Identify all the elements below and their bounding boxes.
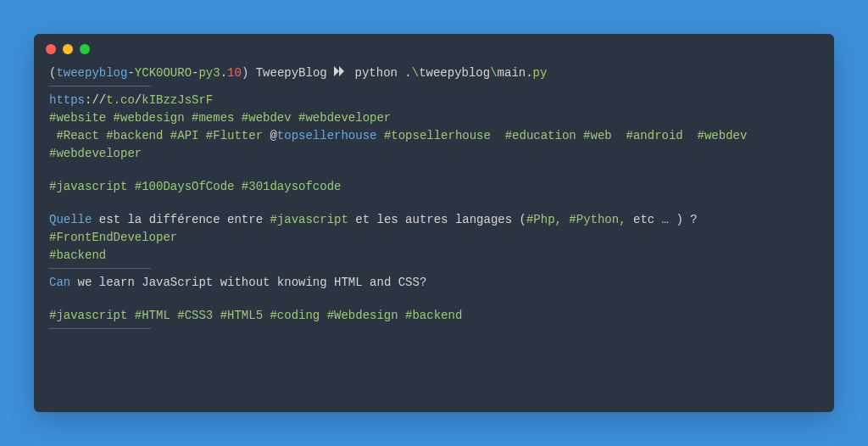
url-host: t.co — [106, 93, 135, 107]
hashtag-line-js2: #javascript #HTML #CSS3 #HTML5 #coding #… — [49, 307, 819, 325]
hashtag-line-website: #website #webdesign #memes #webdev #webd… — [49, 109, 819, 127]
prompt-line: (tweepyblog-YCK0OURO-py3.10) TweepyBlog … — [49, 64, 819, 82]
env-name: tweepyblog — [56, 66, 127, 80]
question-line-2: Can we learn JavaScript without knowing … — [49, 274, 819, 292]
hashtag: #javascript — [270, 213, 348, 226]
py-minor: 10 — [227, 66, 242, 80]
close-icon[interactable] — [46, 44, 56, 54]
backslash: \ — [490, 66, 497, 80]
dot: . — [526, 66, 532, 80]
url-path: kIBzzJsSrF — [142, 93, 213, 107]
backslash: \ — [412, 66, 419, 80]
mention: topsellerhouse — [277, 129, 377, 142]
word-quelle: Quelle — [49, 213, 92, 226]
env-hash: YCK0OURO — [135, 66, 192, 80]
url-line: https://t.co/kIBzzJsSrF — [49, 92, 819, 109]
url-sep: :// — [85, 93, 106, 107]
hashtag-line-react: #React #backend #API #Flutter @topseller… — [49, 127, 819, 163]
word-can: Can — [49, 276, 70, 289]
text: etc … ) ? — [626, 213, 698, 226]
maximize-icon[interactable] — [80, 44, 90, 54]
hashtag: #Php, — [526, 213, 562, 226]
cmd-ext: py — [533, 66, 548, 80]
question-line-1: Quelle est la différence entre #javascri… — [49, 211, 819, 229]
divider — [49, 328, 151, 329]
terminal-window: (tweepyblog-YCK0OURO-py3.10) TweepyBlog … — [34, 34, 834, 412]
dot: . — [220, 66, 227, 80]
window-titlebar — [34, 34, 834, 61]
text: est la différence entre — [92, 213, 270, 226]
url-proto: https — [49, 93, 85, 107]
hashtag-line-js1: #javascript #100DaysOfCode #301daysofcod… — [49, 178, 819, 196]
at-sign: @ — [270, 129, 276, 142]
pre-text: #React #backend #API #Flutter — [49, 129, 270, 142]
dash: - — [127, 66, 134, 80]
text: et les autres langages ( — [348, 213, 526, 226]
divider — [49, 86, 151, 86]
hashtag-backend: #backend — [49, 247, 819, 265]
text: we learn JavaScript without knowing HTML… — [70, 276, 426, 289]
minimize-icon[interactable] — [63, 44, 73, 54]
terminal-content: (tweepyblog-YCK0OURO-py3.10) TweepyBlog … — [34, 61, 834, 349]
directory: TweepyBlog — [248, 66, 334, 80]
cmd-python: python . — [348, 66, 412, 80]
divider — [49, 268, 151, 269]
hashtag-frontend: #FrontEndDeveloper — [49, 229, 819, 247]
cmd-pkg: tweepyblog — [419, 66, 490, 80]
url-slash: / — [135, 93, 142, 107]
py-prefix: py3 — [198, 66, 220, 80]
hashtag: #Python, — [569, 213, 626, 226]
prompt-arrow-icon — [334, 64, 348, 82]
cmd-file: main — [498, 66, 526, 80]
